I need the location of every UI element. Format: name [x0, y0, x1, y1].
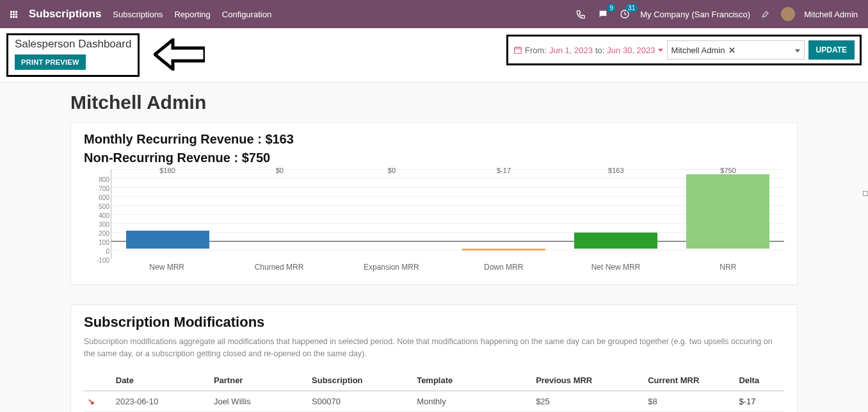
x-tick: Expansion MRR — [335, 263, 447, 272]
control-right-box: From: Jun 1, 2023 to: Jun 30, 2023 Mitch… — [506, 35, 862, 65]
chat-icon[interactable]: 9 — [597, 8, 609, 21]
date-to-prefix: to: — [595, 45, 604, 55]
nav-item-configuration[interactable]: Configuration — [222, 10, 271, 19]
app-brand[interactable]: Subscriptions — [29, 8, 101, 21]
chart-plot: $180$0$0$-17$163$750 — [111, 169, 784, 259]
y-tick: 500 — [84, 202, 109, 211]
revenue-card: Monthly Recurring Revenue : $163 Non-Rec… — [70, 122, 798, 285]
control-panel: Salesperson Dashboard PRINT PREVIEW From… — [0, 28, 868, 83]
control-left-box: Salesperson Dashboard PRINT PREVIEW — [6, 33, 140, 77]
table-header: Template — [413, 370, 532, 391]
table-header — [84, 370, 112, 391]
table-header: Previous MRR — [532, 370, 644, 391]
chat-badge: 9 — [607, 4, 616, 12]
bar-col: $163 — [560, 169, 672, 259]
calendar-icon — [513, 45, 522, 54]
nrr-value: $750 — [242, 151, 271, 165]
nav-right: 9 31 My Company (San Francisco) Mitchell… — [575, 7, 858, 21]
bar-value-label: $0 — [223, 167, 335, 174]
salesperson-value: Mitchell Admin — [671, 45, 725, 55]
phone-icon[interactable] — [575, 8, 588, 21]
clock-icon[interactable]: 31 — [618, 8, 631, 21]
bar — [686, 174, 769, 249]
y-tick: 100 — [84, 238, 109, 247]
table-cell: Monthly — [413, 391, 532, 412]
breadcrumb: Salesperson Dashboard — [15, 38, 131, 51]
table-header: Current MRR — [644, 370, 735, 391]
page-title: Mitchell Admin — [70, 92, 798, 113]
delta-value: $-17 — [739, 397, 755, 406]
x-tick: Down MRR — [447, 263, 559, 272]
tools-icon[interactable] — [759, 8, 772, 21]
date-range-picker[interactable]: From: Jun 1, 2023 to: Jun 30, 2023 — [513, 45, 663, 55]
bar-col: $0 — [335, 169, 447, 259]
bar-col: $750 — [672, 169, 784, 259]
table-header: Delta — [735, 370, 784, 391]
x-tick: Net New MRR — [559, 263, 671, 272]
table-header: Date — [112, 370, 210, 391]
update-button[interactable]: UPDATE — [808, 40, 855, 60]
bar-value-label: $163 — [560, 167, 672, 174]
svg-rect-1 — [515, 47, 522, 53]
x-tick: Churned MRR — [223, 263, 335, 272]
modifications-card: Subscription Modifications Subscription … — [70, 304, 798, 412]
y-tick: 300 — [84, 220, 109, 229]
table-row[interactable]: ↘2023-06-10Joel WillisS00070Monthly$25$8… — [84, 391, 784, 412]
salesperson-dropdown-icon[interactable] — [795, 45, 800, 55]
date-to-value: Jun 30, 2023 — [607, 45, 655, 55]
bar-value-label: $0 — [335, 167, 447, 174]
y-tick: 800 — [84, 176, 109, 185]
nav-item-reporting[interactable]: Reporting — [174, 10, 210, 19]
bar — [574, 233, 657, 249]
y-tick: 700 — [84, 185, 109, 194]
table-cell: Joel Willis — [210, 391, 308, 412]
activity-badge: 31 — [625, 4, 638, 12]
table-cell: S00070 — [308, 391, 413, 412]
nrr-label: Non-Recurring Revenue : — [84, 151, 238, 165]
nav-left: Subscriptions Subscriptions Reporting Co… — [10, 8, 271, 21]
modifications-title: Subscription Modifications — [84, 314, 784, 331]
table-cell: ↘ — [84, 391, 112, 412]
y-tick: 400 — [84, 211, 109, 220]
company-name[interactable]: My Company (San Francisco) — [640, 10, 750, 19]
bar-col: $-17 — [448, 169, 560, 259]
table-header: Subscription — [308, 370, 413, 391]
bar-col: $180 — [111, 169, 223, 259]
mrr-value: $163 — [265, 132, 294, 146]
top-navbar: Subscriptions Subscriptions Reporting Co… — [0, 0, 868, 28]
table-header: Partner — [210, 370, 308, 391]
apps-icon[interactable] — [10, 11, 17, 18]
mrr-line: Monthly Recurring Revenue : $163 — [84, 132, 784, 147]
user-name[interactable]: Mitchell Admin — [804, 10, 858, 19]
salesperson-input[interactable]: Mitchell Admin ✕ — [667, 40, 805, 60]
x-tick: New MRR — [111, 263, 223, 272]
control-left: Salesperson Dashboard PRINT PREVIEW — [6, 33, 140, 77]
date-from-value: Jun 1, 2023 — [549, 45, 593, 55]
chart-y-axis: 8007006005004003002001000-100 — [84, 176, 109, 265]
y-tick: -100 — [84, 256, 109, 265]
nav-item-subscriptions[interactable]: Subscriptions — [113, 10, 163, 19]
y-tick: 600 — [84, 194, 109, 202]
main-scroll[interactable]: Mitchell Admin Monthly Recurring Revenue… — [0, 83, 868, 412]
user-avatar[interactable] — [781, 7, 795, 21]
bar-value-label: $-17 — [448, 167, 560, 174]
date-from-prefix: From: — [525, 45, 547, 55]
print-preview-button[interactable]: PRINT PREVIEW — [15, 54, 86, 70]
clear-salesperson-icon[interactable]: ✕ — [728, 45, 735, 55]
nrr-line: Non-Recurring Revenue : $750 — [84, 151, 784, 165]
chart-bars: $180$0$0$-17$163$750 — [111, 169, 784, 259]
table-cell: 2023-06-10 — [112, 391, 210, 412]
table-cell: $-17 — [735, 391, 784, 412]
bar-col: $0 — [223, 169, 335, 259]
bar-value-label: $750 — [672, 167, 784, 174]
chart: 8007006005004003002001000-100 $180$0$0$-… — [84, 169, 784, 272]
chevron-down-icon — [658, 49, 663, 52]
table-cell: $25 — [532, 391, 644, 412]
y-tick: 0 — [84, 247, 109, 256]
modifications-table: DatePartnerSubscriptionTemplatePrevious … — [84, 370, 784, 413]
mrr-label: Monthly Recurring Revenue : — [84, 132, 262, 146]
bar-value-label: $180 — [111, 167, 223, 174]
chart-x-axis: New MRRChurned MRRExpansion MRRDown MRRN… — [111, 263, 784, 272]
resize-handle-icon[interactable] — [863, 191, 868, 196]
bar — [126, 231, 209, 249]
